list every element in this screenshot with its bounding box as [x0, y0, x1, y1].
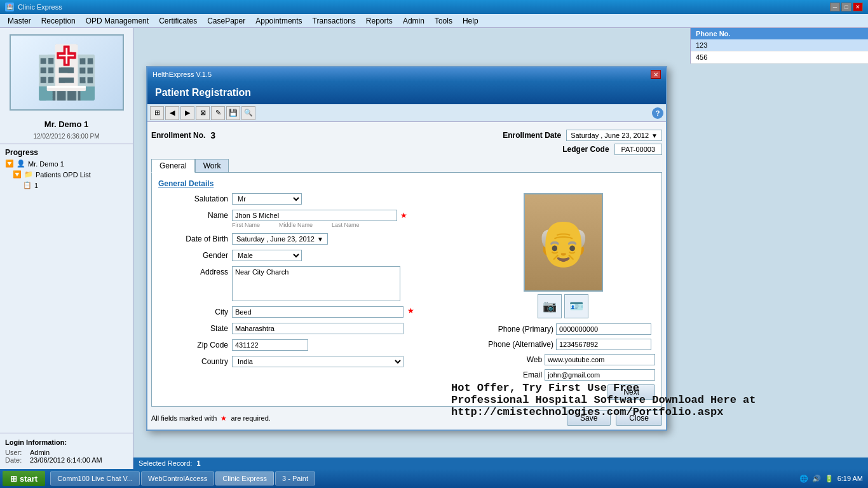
menu-opd[interactable]: OPD Management [81, 15, 154, 27]
photo-box: 👴 [524, 193, 603, 292]
menu-certificates[interactable]: Certificates [154, 15, 202, 27]
menu-appointments[interactable]: Appointments [250, 15, 307, 27]
salutation-select[interactable]: Mr Mrs Ms Dr [232, 193, 302, 205]
country-select[interactable]: India USA UK [232, 356, 403, 367]
photo-upload-btn[interactable]: 🪪 [564, 294, 588, 318]
maximize-btn[interactable]: □ [841, 3, 851, 11]
sidebar-user-date: 12/02/2012 6:36:00 PM [0, 132, 133, 141]
person-icon: 👴 [536, 217, 591, 269]
hint-lastname: Last Name [332, 222, 360, 228]
menu-master[interactable]: Master [3, 15, 36, 27]
phone-row-2[interactable]: 456 [691, 51, 868, 64]
dialog-title-close-btn[interactable]: ✕ [651, 70, 661, 79]
menu-reception[interactable]: Reception [36, 15, 81, 27]
tree-opd-item[interactable]: 📋 1 [0, 180, 133, 191]
person-photo: 👴 [525, 194, 602, 290]
phone-alt-input[interactable] [556, 339, 651, 350]
app-icon: 🏥 [5, 3, 14, 11]
menu-transactions[interactable]: Transactions [308, 15, 361, 27]
general-details-title: General Details [158, 179, 655, 188]
toolbar-btn-3[interactable]: ▶ [180, 106, 194, 120]
email-input[interactable] [545, 369, 655, 381]
dialog-top-info: Enrollment No. 3 Enrollment Date Saturda… [151, 126, 662, 144]
tree-item-icon: 📋 [23, 181, 32, 189]
taskbar-item-clinic[interactable]: Clinic Express [215, 471, 274, 485]
tree-opd[interactable]: 🔽 📁 Patients OPD List [0, 169, 133, 180]
tab-general[interactable]: General [151, 159, 195, 173]
login-label: Login Information: [5, 438, 128, 446]
address-row: Address Near City Charch [158, 266, 465, 301]
dob-select[interactable]: Saturday , June 23, 2012 ▼ [232, 233, 328, 245]
toolbar-btn-2[interactable]: ◀ [165, 106, 179, 120]
city-input[interactable] [232, 306, 403, 318]
zip-input[interactable] [232, 339, 308, 351]
dob-value: Saturday , June 23, 2012 [236, 235, 315, 243]
toolbar-btn-5[interactable]: ✎ [211, 106, 225, 120]
state-input[interactable] [232, 323, 403, 334]
system-tray-icon-1: 🌐 [799, 475, 808, 483]
sidebar-building-image: 🏥 [10, 34, 124, 111]
required-star-indicator: ★ [220, 414, 227, 422]
phone-row-1[interactable]: 123 [691, 39, 868, 51]
login-user-key: User: [5, 449, 27, 456]
menu-admin[interactable]: Admin [398, 15, 430, 27]
login-date-row: Date: 23/06/2012 6:14:00 AM [5, 456, 128, 464]
main-layout: 🏥 Mr. Demo 1 12/02/2012 6:36:00 PM Progr… [0, 28, 868, 469]
login-user-val: Admin [30, 449, 50, 456]
zip-label: Zip Code [158, 339, 228, 349]
web-input[interactable] [545, 354, 655, 365]
folder-icon: 📁 [24, 170, 33, 179]
system-tray-icon-3: 🔋 [825, 475, 834, 483]
toolbar-btn-1[interactable]: ⊞ [150, 106, 164, 120]
name-input[interactable] [232, 210, 397, 221]
photo-camera-btn[interactable]: 📷 [538, 294, 562, 318]
form-layout: Salutation Mr Mrs Ms Dr Name [158, 193, 655, 400]
form-left-col: Salutation Mr Mrs Ms Dr Name [158, 193, 465, 400]
required-text-2: are required. [231, 414, 270, 422]
minimize-btn[interactable]: ─ [830, 3, 840, 11]
menu-bar: Master Reception OPD Management Certific… [0, 14, 868, 28]
toolbar-btn-6[interactable]: 💾 [226, 106, 240, 120]
dob-dropdown-arrow[interactable]: ▼ [317, 236, 323, 243]
menu-help[interactable]: Help [458, 15, 484, 27]
start-button[interactable]: ⊞ start [3, 471, 45, 486]
taskbar-items: Comm100 Live Chat V... WebControlAccess … [50, 471, 315, 485]
taskbar-item-webcontrol[interactable]: WebControlAccess [141, 471, 214, 485]
phone-primary-input[interactable] [556, 323, 651, 335]
enrollment-date-select[interactable]: Saturday , June 23, 2012 ▼ [566, 130, 662, 141]
menu-tools[interactable]: Tools [430, 15, 458, 27]
phone-primary-label: Phone (Primary) [471, 325, 553, 334]
tree-opd-label: Patients OPD List [36, 171, 91, 179]
dob-label: Date of Birth [158, 233, 228, 243]
date-dropdown-arrow[interactable]: ▼ [651, 132, 658, 139]
toolbar-btn-4[interactable]: ⊠ [196, 106, 210, 120]
taskbar-item-comm100[interactable]: Comm100 Live Chat V... [50, 471, 140, 485]
toolbar-btn-7[interactable]: 🔍 [241, 106, 255, 120]
photo-buttons: 📷 🪪 [538, 294, 588, 318]
help-icon[interactable]: ? [652, 107, 663, 119]
state-label: State [158, 323, 228, 333]
login-user-row: User: Admin [5, 449, 128, 456]
menu-casepaper[interactable]: CasePaper [202, 15, 250, 27]
hint-firstname: First Name [232, 222, 260, 228]
taskbar-item-paint[interactable]: 3 - Paint [275, 471, 315, 485]
zip-row: Zip Code [158, 339, 465, 351]
selected-record-bar: Selected Record: 1 [133, 458, 868, 469]
user-icon: 👤 [17, 159, 25, 168]
selected-record-label: Selected Record: [139, 459, 192, 467]
dialog-header-title: Patient Registration [155, 87, 251, 98]
gender-select[interactable]: Male Female Other [232, 250, 302, 261]
tree-user: 🔽 👤 Mr. Demo 1 [0, 158, 133, 169]
selected-record-value: 1 [196, 459, 200, 467]
salutation-label: Salutation [158, 193, 228, 203]
gender-row: Gender Male Female Other [158, 250, 465, 261]
ad-line2: Professional Hospital Software Download … [451, 394, 756, 406]
tab-work[interactable]: Work [195, 159, 229, 172]
ledger-label: Ledger Code [562, 145, 609, 154]
name-hints: First Name Middle Name Last Name [232, 222, 407, 228]
window-close-btn[interactable]: ✕ [853, 3, 863, 11]
date-section: Enrollment Date Saturday , June 23, 2012… [503, 130, 662, 141]
menu-reports[interactable]: Reports [361, 15, 398, 27]
enrollment-date-value: Saturday , June 23, 2012 [571, 132, 649, 139]
address-textarea[interactable]: Near City Charch [232, 266, 400, 301]
